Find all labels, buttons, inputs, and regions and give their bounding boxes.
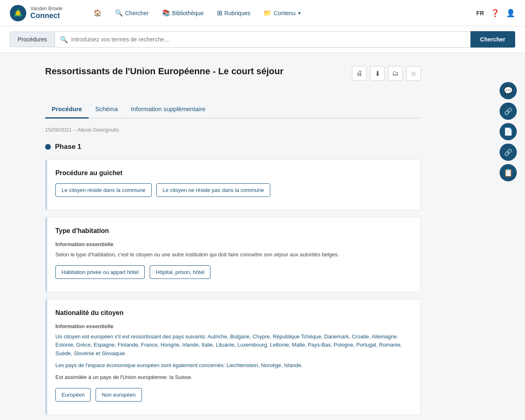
home-icon: 🏠 xyxy=(94,9,102,17)
library-icon: 📚 xyxy=(162,9,170,17)
document-icon: 📄 xyxy=(504,127,513,136)
nav-bibliotheque-label: Bibliothèque xyxy=(172,10,204,16)
logo-icon xyxy=(10,5,26,21)
card-nationalite-normal-text: Est assimilée à un pays de l'Union europ… xyxy=(55,373,411,382)
card-left-bar-3 xyxy=(46,299,47,415)
header: Vanden Broele Connect 🏠 🔍 Chercher 📚 Bib… xyxy=(0,0,525,26)
card-nationalite-colored-text-1: Un citoyen est européen s'il est ressort… xyxy=(55,333,411,358)
card-nationalite-title: Nationalité du citoyen xyxy=(55,309,411,317)
help-icon[interactable]: ❓ xyxy=(491,9,500,18)
search-button[interactable]: Chercher xyxy=(470,31,515,48)
title-row: Ressortissants de l'Union Européenne - L… xyxy=(45,66,421,91)
archive-button[interactable]: 🗂 xyxy=(388,66,403,81)
search-input-wrapper: 🔍 xyxy=(55,31,470,48)
main-layout: Ressortissants de l'Union Européenne - L… xyxy=(0,53,525,420)
user-icon[interactable]: 👤 xyxy=(506,9,515,18)
nav-chercher-label: Chercher xyxy=(125,10,149,16)
brand-bottom: Connect xyxy=(30,11,63,21)
main-nav: 🏠 🔍 Chercher 📚 Bibliothèque ⊞ Rubriques … xyxy=(89,6,463,20)
phase-header: Phase 1 xyxy=(45,143,421,151)
sidebar-document-button[interactable]: 📄 xyxy=(500,123,517,140)
copy-icon: 📋 xyxy=(504,168,513,177)
language-selector[interactable]: FR xyxy=(476,10,484,16)
search-bar: Procédures 🔍 Chercher xyxy=(0,26,525,53)
logo: Vanden Broele Connect xyxy=(10,5,75,21)
chain-icon: 🔗 xyxy=(504,148,512,156)
card-habitation: Type d'habitation Information essentiell… xyxy=(45,217,421,292)
btn-habitation-privee[interactable]: Habitation privée ou appart hôtel xyxy=(55,265,145,279)
phase-label: Phase 1 xyxy=(55,143,81,151)
content-area: Ressortissants de l'Union Européenne - L… xyxy=(0,53,431,420)
btn-citoyen-ne-reside-pas[interactable]: Le citoyen ne réside pas dans la commune xyxy=(156,183,270,197)
download-button[interactable]: ⬇ xyxy=(370,66,385,81)
card-guichet-title: Procédure au guichet xyxy=(55,169,411,177)
nav-rubriques-label: Rubriques xyxy=(224,10,251,16)
nav-contenu[interactable]: 📁 Contenu ▾ xyxy=(258,6,306,20)
card-left-bar xyxy=(46,160,47,210)
card-guichet: Procédure au guichet Le citoyen réside d… xyxy=(45,159,421,210)
search-icon: 🔍 xyxy=(60,36,68,43)
nav-home[interactable]: 🏠 xyxy=(89,6,107,20)
nav-contenu-label: Contenu xyxy=(274,10,295,16)
card-left-bar-2 xyxy=(46,217,47,292)
logo-text: Vanden Broele Connect xyxy=(30,6,63,21)
search-nav-icon: 🔍 xyxy=(115,9,123,17)
nav-rubriques[interactable]: ⊞ Rubriques xyxy=(212,6,256,20)
search-input[interactable] xyxy=(71,36,466,43)
chat-icon: 💬 xyxy=(504,86,513,95)
sidebar-chain-button[interactable]: 🔗 xyxy=(500,144,517,161)
page-title: Ressortissants de l'Union Européenne - L… xyxy=(45,66,283,77)
nav-bibliotheque[interactable]: 📚 Bibliothèque xyxy=(157,6,209,20)
nav-chercher[interactable]: 🔍 Chercher xyxy=(110,6,154,20)
search-tab-procedures[interactable]: Procédures xyxy=(10,32,55,47)
tab-procedure[interactable]: Procédure xyxy=(45,100,89,119)
card-habitation-title: Type d'habitation xyxy=(55,227,411,235)
action-icons-group: 🖨 ⬇ 🗂 ☆ xyxy=(352,66,421,81)
print-button[interactable]: 🖨 xyxy=(352,66,367,81)
card-habitation-subtitle: Information essentielle xyxy=(55,241,411,247)
phase-dot xyxy=(45,144,51,150)
card-guichet-buttons: Le citoyen réside dans la commune Le cit… xyxy=(55,183,411,200)
card-habitation-buttons: Habitation privée ou appart hôtel Hôpita… xyxy=(55,265,411,282)
brand-top: Vanden Broele xyxy=(30,6,63,11)
meta-info: 15/09/2021 – Alexis Georgoulis xyxy=(45,127,421,133)
tab-schema[interactable]: Schéma xyxy=(89,100,124,119)
header-right: FR ❓ 👤 xyxy=(476,9,515,18)
link-icon: 🔗 xyxy=(504,107,512,115)
right-sidebar: 💬 🔗 📄 🔗 📋 xyxy=(500,82,517,181)
chevron-down-icon: ▾ xyxy=(298,10,301,16)
sidebar-link-button[interactable]: 🔗 xyxy=(500,103,517,120)
svg-point-3 xyxy=(16,11,21,16)
card-nationalite-buttons: Européen Non européen xyxy=(55,388,411,405)
sidebar-chat-button[interactable]: 💬 xyxy=(500,82,517,99)
card-nationalite-subtitle: Information essentielle xyxy=(55,323,411,329)
folder-icon: 📁 xyxy=(263,9,272,17)
card-nationalite-colored-text-2: Les pays de l'espace économique européen… xyxy=(55,361,411,370)
grid-icon: ⊞ xyxy=(217,9,222,17)
card-habitation-text: Selon le type d'habitation, c'est le cit… xyxy=(55,251,411,259)
btn-citoyen-reside[interactable]: Le citoyen réside dans la commune xyxy=(55,183,152,197)
card-nationalite: Nationalité du citoyen Information essen… xyxy=(45,299,421,415)
btn-europeen[interactable]: Européen xyxy=(55,388,91,402)
tabs: Procédure Schéma Information supplémenta… xyxy=(45,100,421,119)
favorite-button[interactable]: ☆ xyxy=(406,66,421,81)
btn-hopital-prison[interactable]: Hôpital, prison, hôtel xyxy=(150,265,211,279)
sidebar-copy-button[interactable]: 📋 xyxy=(500,164,517,181)
tab-information-supplementaire[interactable]: Information supplémentaire xyxy=(124,100,212,119)
btn-non-europeen[interactable]: Non européen xyxy=(96,388,142,402)
